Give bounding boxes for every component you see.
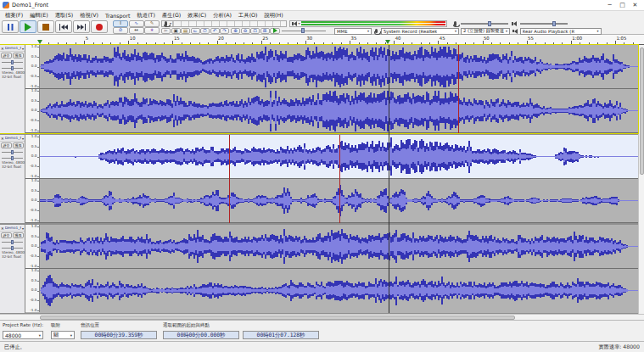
track-menu-button[interactable]	[22, 225, 24, 232]
vertical-ruler[interactable]: 1.00.50.0-0.5-1.0	[25, 269, 40, 312]
envelope-tool-button[interactable]: ∿	[129, 20, 144, 27]
waveform-display[interactable]	[40, 89, 638, 132]
mute-button[interactable]: 靜音	[1, 53, 12, 59]
zoom-out-button[interactable]: ⊖	[241, 28, 250, 35]
solo-button[interactable]: 獨奏	[13, 232, 24, 238]
snap-select[interactable]: 關	[51, 331, 75, 339]
timeline-ruler[interactable]: 5101520253035404550551:001:05	[0, 35, 644, 45]
solo-button[interactable]: 獨奏	[13, 142, 24, 148]
maximize-button[interactable]: □	[616, 2, 629, 8]
skip-to-end-button[interactable]	[73, 20, 90, 33]
zoom-selection-button[interactable]: ⊡	[250, 28, 260, 35]
track-title[interactable]: Demo1_Front	[5, 46, 21, 50]
recording-device-select[interactable]: System Record (Realtek	[381, 28, 459, 35]
gain-slider[interactable]	[2, 149, 23, 154]
audio-position-field[interactable]: 00時00分39.359秒	[81, 331, 157, 339]
menu-item-9[interactable]: 工具(O)	[235, 12, 260, 20]
minimize-button[interactable]: ─	[603, 2, 616, 8]
track-close-button[interactable]	[1, 225, 4, 232]
playback-volume-slider[interactable]	[520, 20, 568, 26]
draw-tool-button[interactable]: ✎	[144, 20, 160, 27]
menu-item-3[interactable]: 檢視(V)	[76, 12, 102, 20]
play-button[interactable]	[20, 20, 36, 33]
menu-item-4[interactable]: Transport	[102, 13, 134, 19]
vertical-scrollbar-thumb[interactable]	[640, 47, 644, 175]
pan-slider[interactable]	[2, 245, 23, 250]
timeline-tick	[58, 42, 59, 45]
zoom-project-button[interactable]: ⊞	[260, 28, 270, 35]
undo-button[interactable]: ↶	[210, 28, 220, 35]
clip-boundary-line[interactable]	[458, 45, 459, 133]
horizontal-scrollbar[interactable]	[0, 314, 644, 320]
play-speed-slider[interactable]	[282, 28, 326, 34]
meter-dropdown-icon[interactable]: ▾	[299, 21, 300, 25]
vertical-ruler[interactable]: 1.00.50.0-0.5-1.0	[25, 45, 40, 88]
vertical-ruler[interactable]: 1.00.50.0-0.5-1.0	[25, 89, 40, 132]
menu-item-5[interactable]: 軌道(T)	[134, 12, 159, 20]
vertical-ruler[interactable]: 1.00.50.0-0.5-1.0	[25, 179, 40, 222]
slider-thumb[interactable]	[552, 21, 556, 26]
selection-start-marker[interactable]	[37, 40, 42, 44]
slider-thumb[interactable]	[301, 28, 305, 33]
playback-device-select[interactable]: Rear Audio Playback (R	[520, 28, 602, 35]
waveform-display[interactable]	[40, 45, 638, 88]
playback-meter[interactable]: ▾	[289, 20, 447, 27]
audio-host-select[interactable]: MME	[334, 28, 372, 35]
menu-item-0[interactable]: 檔案(F)	[2, 12, 26, 20]
record-button[interactable]	[91, 20, 108, 33]
zoom-in-button[interactable]: ⊕	[231, 28, 240, 35]
track-close-button[interactable]	[1, 45, 4, 52]
mute-button[interactable]: 靜音	[1, 142, 12, 148]
project-rate-select[interactable]: 48000	[3, 331, 43, 339]
menu-item-2[interactable]: 選取(S)	[52, 12, 77, 20]
gain-slider[interactable]	[2, 59, 23, 64]
timeline-label: 35	[351, 36, 357, 41]
solo-button[interactable]: 獨奏	[13, 53, 24, 59]
selection-start-field[interactable]: 00時00分00.000秒	[163, 331, 239, 339]
menu-item-7[interactable]: 效果(C)	[184, 12, 210, 20]
redo-button[interactable]: ↷	[220, 28, 229, 35]
waveform-display[interactable]	[40, 225, 638, 268]
waveform-display[interactable]	[40, 269, 638, 312]
timeline-tick	[376, 42, 377, 45]
track-title[interactable]: Demo1_Front	[5, 136, 21, 140]
menu-item-1[interactable]: 編輯(E)	[26, 12, 52, 20]
selection-end-field[interactable]: 00時01分07.128秒	[243, 331, 319, 339]
pan-slider[interactable]	[2, 65, 23, 70]
skip-to-start-button[interactable]	[55, 20, 72, 33]
mute-button[interactable]: 靜音	[1, 232, 12, 238]
multi-tool-button[interactable]: ∗	[144, 27, 160, 34]
zoom-tool-button[interactable]: ⊘	[113, 27, 128, 34]
copy-button[interactable]: ▣	[171, 28, 181, 35]
stop-button[interactable]	[37, 20, 54, 33]
recording-channels-select[interactable]: 2 (立體聲) 錄製聲道	[461, 28, 510, 35]
menu-item-8[interactable]: 分析(A)	[210, 12, 235, 20]
gain-slider[interactable]	[2, 239, 23, 244]
cut-button[interactable]: ✂	[161, 28, 171, 35]
silence-button[interactable]: ∅	[200, 28, 210, 35]
timeshift-tool-button[interactable]: ↔	[129, 27, 144, 34]
close-button[interactable]: ✕	[629, 2, 641, 8]
timeline-tick	[571, 41, 572, 45]
menu-item-6[interactable]: 產生(G)	[159, 12, 184, 20]
track-close-button[interactable]	[1, 135, 4, 142]
track-title[interactable]: Demo1_Front	[5, 226, 21, 230]
vertical-scrollbar[interactable]	[638, 45, 644, 314]
vertical-ruler[interactable]: 1.00.50.0-0.5-1.0	[25, 225, 40, 268]
recording-volume-slider[interactable]	[461, 20, 508, 26]
playhead-marker[interactable]	[385, 40, 390, 44]
pause-button[interactable]	[2, 20, 19, 33]
recording-meter[interactable]: ▾	[161, 20, 287, 27]
track-menu-button[interactable]	[22, 135, 24, 142]
pan-slider[interactable]	[2, 155, 23, 160]
paste-button[interactable]: ▤	[181, 28, 190, 35]
track-menu-button[interactable]	[22, 45, 24, 52]
selection-tool-button[interactable]: I	[113, 20, 128, 27]
menu-item-10[interactable]: 說明(H)	[261, 12, 287, 20]
play-at-speed-button[interactable]	[270, 28, 280, 35]
clip-boundary-line[interactable]	[339, 135, 340, 223]
slider-thumb[interactable]	[488, 21, 491, 26]
clip-boundary-line[interactable]	[229, 135, 230, 223]
vertical-ruler[interactable]: 1.00.50.0-0.5-1.0	[25, 135, 40, 178]
trim-button[interactable]: ⊏	[191, 28, 200, 35]
